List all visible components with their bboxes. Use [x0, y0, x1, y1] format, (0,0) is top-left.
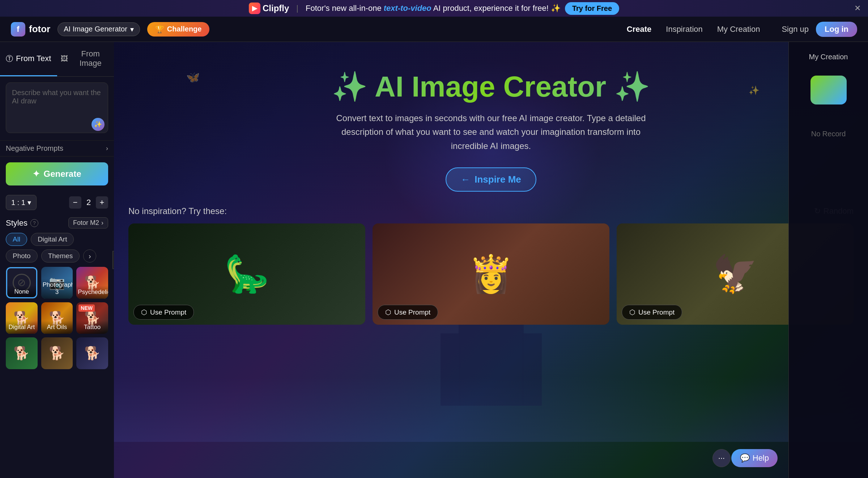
style-card-extra-2[interactable]: 🐕 — [41, 337, 73, 369]
hero-subtitle: Convert text to images in seconds with o… — [328, 111, 654, 153]
style-card-extra-3[interactable]: 🐕 — [76, 337, 108, 369]
ai-generator-dropdown[interactable]: AI Image Generator ▾ — [58, 22, 140, 36]
center-area: 🦋 ✨ ✨ AI Image Creator ✨ Convert text to… — [114, 42, 868, 478]
count-increase-button[interactable]: + — [96, 196, 108, 209]
count-controls: − 2 + — [69, 196, 108, 209]
negative-prompts-row[interactable]: Negative Prompts › — [0, 140, 114, 157]
use-prompt-button-2[interactable]: ⬡ Use Prompt — [378, 305, 438, 320]
ratio-value: 1 : 1 — [11, 199, 25, 207]
style-card-digital-art[interactable]: 🐕 Digital Art — [6, 302, 38, 334]
style-tags-scroll-right[interactable]: › — [83, 249, 96, 263]
styles-text: Styles — [6, 218, 27, 228]
prompt-icon-1: ⬡ — [141, 308, 147, 316]
model-select[interactable]: Fotor M2 › — [68, 217, 108, 229]
no-record-placeholder — [810, 76, 847, 104]
style-card-psychedelic-label: Psychedelic — [76, 286, 108, 299]
log-in-button[interactable]: Log in — [816, 22, 857, 37]
style-tags: All Digital Art Photo Themes › — [6, 233, 108, 263]
style-card-photography[interactable]: 📷 Photography 3 — [41, 267, 73, 299]
style-card-psychedelic[interactable]: 🐕 Psychedelic — [76, 267, 108, 299]
sidebar-tabs: Ⓣ From Text 🖼 From Image — [0, 42, 114, 77]
arrow-left-icon: ← — [461, 174, 470, 185]
sign-up-button[interactable]: Sign up — [782, 25, 809, 34]
ratio-chevron-icon: ▾ — [27, 198, 31, 207]
gallery-grid: 🦕 ⬡ Use Prompt 👸 ⬡ Use Prompt — [128, 223, 854, 325]
prompt-icon-2: ⬡ — [385, 308, 391, 316]
count-decrease-button[interactable]: − — [69, 196, 81, 209]
header: f fotor AI Image Generator ▾ 🏆 Challenge… — [0, 17, 868, 42]
tab-from-image[interactable]: 🖼 From Image — [57, 42, 114, 76]
try-for-free-button[interactable]: Try for Free — [565, 2, 619, 15]
none-icon: ⊘ — [13, 274, 31, 292]
help-label: Help — [753, 453, 769, 463]
style-grid-row2: 🐕 🐕 🐕 — [6, 337, 108, 369]
enhance-icon[interactable]: ✨ — [92, 118, 105, 131]
sidebar-collapse-button[interactable]: ‹ — [112, 251, 114, 269]
fotor-logo-icon: f — [11, 22, 25, 37]
banner-divider: | — [296, 4, 298, 13]
gallery-section: No inspiration? Try these: ↻ Random 🦕 ⬡ … — [114, 206, 868, 325]
use-prompt-label-3: Use Prompt — [638, 308, 675, 316]
generate-label: Generate — [43, 169, 81, 179]
count-display: 2 — [84, 198, 93, 207]
chevron-down-icon: ▾ — [130, 25, 134, 34]
main-layout: Ⓣ From Text 🖼 From Image ✨ Negative Prom… — [0, 42, 868, 478]
gallery-title: No inspiration? Try these: — [128, 206, 227, 216]
style-card-art-oils[interactable]: 🐕 Art Oils — [41, 302, 73, 334]
help-button[interactable]: 💬 Help — [731, 449, 778, 467]
style-card-tattoo[interactable]: NEW 🐕 Tattoo — [76, 302, 108, 334]
style-card-art-oils-label: Art Oils — [41, 321, 73, 334]
prompt-icon-3: ⬡ — [629, 308, 635, 316]
challenge-button[interactable]: 🏆 Challenge — [147, 22, 210, 37]
from-text-label: From Text — [16, 54, 51, 63]
nav-create[interactable]: Create — [627, 25, 651, 34]
wand-icon: ✦ — [33, 169, 40, 179]
style-tag-themes[interactable]: Themes — [41, 249, 80, 263]
clipfly-logo: ▶ Clipfly — [249, 3, 289, 14]
styles-help-icon[interactable]: ? — [30, 219, 38, 227]
image-tab-icon: 🖼 — [61, 55, 68, 63]
clipfly-icon: ▶ — [249, 3, 260, 14]
right-panel: My Creation No Record — [788, 42, 868, 478]
dots-menu-button[interactable]: ··· — [712, 449, 731, 467]
top-banner: ▶ Clipfly | Fotor's new all-in-one text-… — [0, 0, 868, 17]
style-tag-all[interactable]: All — [6, 233, 27, 246]
fotor-brand: fotor — [29, 24, 50, 35]
style-card-extra-1[interactable]: 🐕 — [6, 337, 38, 369]
help-icon: 💬 — [740, 453, 750, 463]
model-label: Fotor M2 — [73, 219, 99, 227]
use-prompt-label-2: Use Prompt — [394, 308, 430, 316]
style-card-new-badge: NEW — [78, 304, 95, 312]
close-banner-button[interactable]: ✕ — [854, 4, 861, 13]
fotor-logo: f fotor — [11, 22, 50, 37]
generate-section: ✦ Generate — [0, 157, 114, 191]
use-prompt-button-1[interactable]: ⬡ Use Prompt — [133, 305, 194, 320]
header-nav: Create Inspiration My Creation — [627, 25, 760, 34]
dots-icon: ··· — [718, 453, 725, 463]
use-prompt-button-3[interactable]: ⬡ Use Prompt — [622, 305, 682, 320]
text-tab-icon: Ⓣ — [6, 54, 13, 64]
gallery-card-1: 🦕 ⬡ Use Prompt — [128, 223, 365, 325]
no-record-image — [807, 76, 850, 119]
style-tag-photo[interactable]: Photo — [6, 249, 38, 263]
clipfly-name: Clipfly — [263, 3, 289, 13]
ratio-select[interactable]: 1 : 1 ▾ — [6, 195, 37, 210]
challenge-label: Challenge — [167, 25, 202, 33]
model-chevron-icon: › — [101, 219, 103, 227]
style-card-tattoo-label: Tattoo — [76, 321, 108, 334]
style-tag-digital-art[interactable]: Digital Art — [31, 233, 74, 246]
styles-header: Styles ? Fotor M2 › — [6, 217, 108, 229]
styles-section: Styles ? Fotor M2 › All Digital Art Phot… — [0, 214, 114, 373]
trophy-icon: 🏆 — [155, 25, 164, 34]
header-right: Sign up Log in — [782, 22, 857, 37]
hero-title: ✨ AI Image Creator ✨ — [114, 71, 868, 103]
nav-inspiration[interactable]: Inspiration — [666, 25, 703, 34]
controls-row: 1 : 1 ▾ − 2 + — [0, 191, 114, 214]
tab-from-text[interactable]: Ⓣ From Text — [0, 42, 57, 76]
gallery-header: No inspiration? Try these: ↻ Random — [128, 206, 854, 216]
gallery-card-2: 👸 ⬡ Use Prompt — [373, 223, 609, 325]
generate-button[interactable]: ✦ Generate — [6, 162, 108, 185]
inspire-me-button[interactable]: ← Inspire Me — [446, 167, 536, 192]
style-card-none[interactable]: ⊘ None — [6, 267, 38, 299]
nav-my-creation[interactable]: My Creation — [717, 25, 760, 34]
